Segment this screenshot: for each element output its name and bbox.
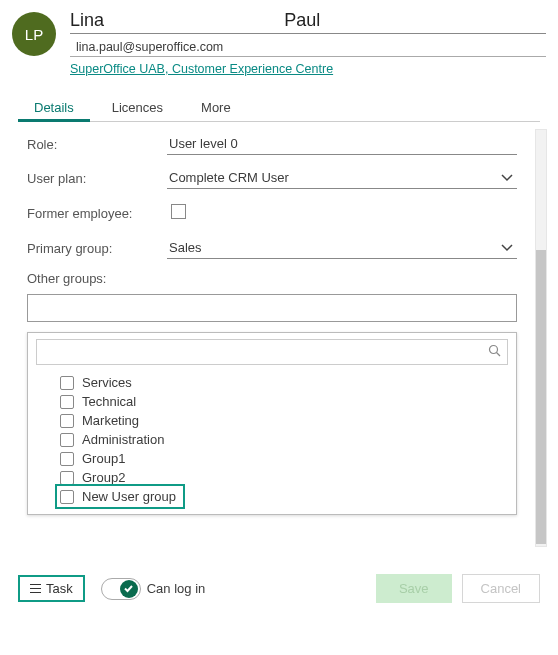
- chevron-down-icon: [501, 240, 513, 255]
- chevron-down-icon: [501, 170, 513, 185]
- user-plan-select[interactable]: Complete CRM User: [167, 167, 517, 189]
- email-field[interactable]: lina.paul@superoffice.com: [70, 38, 546, 57]
- user-plan-label: User plan:: [27, 171, 167, 186]
- former-employee-checkbox[interactable]: [171, 204, 186, 219]
- group-option[interactable]: Marketing: [58, 411, 508, 430]
- group-checkbox[interactable]: [60, 376, 74, 390]
- group-checkbox[interactable]: [60, 433, 74, 447]
- check-icon: [123, 583, 134, 594]
- former-employee-label: Former employee:: [27, 206, 167, 221]
- group-option-label: New User group: [82, 489, 176, 504]
- groups-dropdown: ServicesTechnicalMarketingAdministration…: [27, 332, 517, 515]
- group-search-input[interactable]: [36, 339, 508, 365]
- svg-point-0: [490, 346, 498, 354]
- can-log-in-toggle[interactable]: Can log in: [95, 578, 206, 600]
- panel-scrollbar[interactable]: [535, 129, 547, 547]
- role-label: Role:: [27, 137, 167, 152]
- group-checkbox[interactable]: [60, 414, 74, 428]
- tab-licences[interactable]: Licences: [96, 92, 179, 121]
- group-option-label: Services: [82, 375, 132, 390]
- group-checkbox[interactable]: [60, 395, 74, 409]
- group-option[interactable]: Technical: [58, 392, 508, 411]
- primary-group-label: Primary group:: [27, 241, 167, 256]
- last-name[interactable]: Paul: [284, 10, 546, 31]
- other-groups-label: Other groups:: [27, 271, 541, 286]
- tab-details[interactable]: Details: [18, 92, 90, 122]
- name-row: Lina Paul: [70, 10, 546, 34]
- group-checkbox[interactable]: [60, 452, 74, 466]
- first-name[interactable]: Lina: [70, 10, 284, 31]
- svg-line-1: [497, 353, 501, 357]
- group-option-label: Administration: [82, 432, 164, 447]
- cancel-button[interactable]: Cancel: [462, 574, 540, 603]
- avatar: LP: [12, 12, 56, 56]
- group-option[interactable]: Group1: [58, 449, 508, 468]
- menu-icon: [30, 584, 41, 593]
- primary-group-select[interactable]: Sales: [167, 237, 517, 259]
- role-value[interactable]: User level 0: [167, 133, 517, 155]
- group-option[interactable]: Administration: [58, 430, 508, 449]
- group-option-label: Group2: [82, 470, 125, 485]
- save-button[interactable]: Save: [376, 574, 452, 603]
- search-icon: [488, 344, 501, 360]
- scrollbar-thumb[interactable]: [536, 250, 546, 544]
- group-option-label: Technical: [82, 394, 136, 409]
- tab-more[interactable]: More: [185, 92, 247, 121]
- group-option-label: Group1: [82, 451, 125, 466]
- group-checkbox[interactable]: [60, 490, 74, 504]
- group-option-label: Marketing: [82, 413, 139, 428]
- group-checkbox[interactable]: [60, 471, 74, 485]
- tabs: Details Licences More: [18, 92, 540, 122]
- can-log-in-label: Can log in: [147, 581, 206, 596]
- task-button[interactable]: Task: [18, 575, 85, 602]
- company-link[interactable]: SuperOffice UAB, Customer Experience Cen…: [70, 62, 333, 76]
- group-option[interactable]: New User group: [58, 487, 182, 506]
- group-option[interactable]: Services: [58, 373, 508, 392]
- other-groups-input[interactable]: [27, 294, 517, 322]
- group-option[interactable]: Group2: [58, 468, 508, 487]
